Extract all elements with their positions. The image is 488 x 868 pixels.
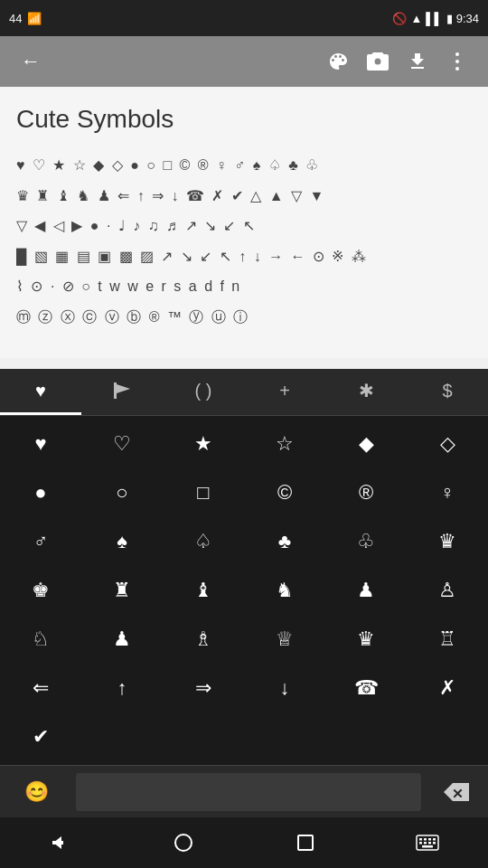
block-icon: 🚫 <box>392 12 407 25</box>
battery-icon: ▮ <box>446 12 453 25</box>
tab-plus[interactable]: + <box>244 369 325 415</box>
svg-rect-18 <box>422 845 433 848</box>
sym-placeholder3[interactable] <box>244 712 325 761</box>
battery-level: 44 <box>9 12 22 25</box>
sym-phone[interactable]: ☎ <box>325 664 407 712</box>
sym-crown-white[interactable]: ♕ <box>244 615 325 664</box>
sym-copyright[interactable]: © <box>244 468 325 517</box>
keyboard-bottom-row: 😊 <box>0 765 488 817</box>
svg-rect-13 <box>433 838 436 841</box>
sym-placeholder1[interactable] <box>81 712 163 761</box>
text-input-bar[interactable] <box>76 773 421 811</box>
svg-rect-8 <box>298 835 313 850</box>
sym-placeholder4[interactable] <box>325 712 407 761</box>
tab-flags[interactable] <box>81 369 163 415</box>
sym-pawn[interactable]: ♟ <box>325 566 407 615</box>
symbol-grid: ♥ ♡ ★ ☆ ◆ ◇ ● ○ □ © ® ♀ ♂ ♠ ♤ ♣ ♧ ♛ ♚ ♜ … <box>0 416 488 765</box>
sym-arrow-left[interactable]: ⇐ <box>0 664 81 712</box>
sym-heart-outline[interactable]: ♡ <box>81 420 163 468</box>
sym-placeholder5[interactable] <box>407 712 488 761</box>
back-button[interactable]: ← <box>11 42 51 81</box>
page-title: Cute Symbols <box>16 105 472 134</box>
keyboard-area: ♥ ( ) + ✱ $ ♥ ♡ ★ ☆ ◆ ◇ ● ○ □ © ® ♀ ♂ ♠ … <box>0 369 488 868</box>
nav-bar <box>0 817 488 868</box>
svg-rect-3 <box>114 382 117 399</box>
svg-rect-6 <box>52 841 63 844</box>
sym-crown-outline[interactable]: ♚ <box>0 566 81 615</box>
sym-arrow-right[interactable]: ⇒ <box>163 664 244 712</box>
toolbar: ← <box>0 36 488 87</box>
time: 9:34 <box>456 12 479 25</box>
svg-point-0 <box>455 52 459 56</box>
nav-back-button[interactable] <box>34 825 89 861</box>
content-area: Cute Symbols ♥ ♡ ★ ☆ ◆ ◇ ● ○ □ © ® ♀ ♂ ♠… <box>0 87 488 358</box>
sym-placeholder2[interactable] <box>163 712 244 761</box>
sym-x-mark[interactable]: ✗ <box>407 664 488 712</box>
sym-registered[interactable]: ® <box>325 468 407 517</box>
tab-asterisk[interactable]: ✱ <box>325 369 407 415</box>
palette-button[interactable] <box>318 42 358 81</box>
tab-dollar[interactable]: $ <box>407 369 488 415</box>
sym-rook[interactable]: ♜ <box>81 566 163 615</box>
sym-diamond-outline[interactable]: ◇ <box>407 420 488 468</box>
sym-check-mark[interactable]: ✔ <box>0 712 81 761</box>
backspace-button[interactable] <box>425 766 488 818</box>
tab-brackets[interactable]: ( ) <box>163 369 244 415</box>
emoji-icon: 😊 <box>24 780 49 804</box>
sym-star-outline[interactable]: ☆ <box>244 420 325 468</box>
sym-female[interactable]: ♀ <box>407 468 488 517</box>
signal-bars-icon: ▌▌ <box>426 12 442 25</box>
sym-crown-filled[interactable]: ♛ <box>407 517 488 566</box>
wifi-icon: ▲ <box>410 12 422 25</box>
svg-marker-4 <box>117 384 130 393</box>
sym-spade-outline[interactable]: ♤ <box>163 517 244 566</box>
sym-circle-outline[interactable]: ○ <box>81 468 163 517</box>
sym-crown-black[interactable]: ♛ <box>325 615 407 664</box>
status-right: 🚫 ▲ ▌▌ ▮ 9:34 <box>392 12 479 25</box>
svg-point-1 <box>455 60 459 63</box>
svg-rect-10 <box>419 838 422 841</box>
sym-knight[interactable]: ♞ <box>244 566 325 615</box>
nav-recents-button[interactable] <box>278 825 333 861</box>
download-button[interactable] <box>398 42 437 81</box>
more-button[interactable] <box>437 42 477 81</box>
camera-button[interactable] <box>358 42 398 81</box>
svg-point-7 <box>175 835 192 851</box>
sym-bishop-light[interactable]: ♗ <box>163 615 244 664</box>
sym-heart-filled[interactable]: ♥ <box>0 420 81 468</box>
status-left: 44 📶 <box>9 12 42 25</box>
svg-rect-12 <box>428 838 431 841</box>
sym-arrow-down[interactable]: ↓ <box>244 664 325 712</box>
sym-club-outline[interactable]: ♧ <box>325 517 407 566</box>
symbols-display: ♥ ♡ ★ ☆ ◆ ◇ ● ○ □ © ® ♀ ♂ ♠ ♤ ♣ ♧ ♛ ♜ ♝ … <box>16 150 472 333</box>
keyboard-tabs: ♥ ( ) + ✱ $ <box>0 369 488 416</box>
tab-hearts[interactable]: ♥ <box>0 369 81 415</box>
sym-pawn-outline[interactable]: ♙ <box>407 566 488 615</box>
status-bar: 44 📶 🚫 ▲ ▌▌ ▮ 9:34 <box>0 0 488 36</box>
svg-rect-15 <box>424 842 427 844</box>
sym-circle-filled[interactable]: ● <box>0 468 81 517</box>
sym-horse[interactable]: ♘ <box>0 615 81 664</box>
svg-point-2 <box>455 67 459 71</box>
nav-keyboard-button[interactable] <box>400 825 455 861</box>
nav-home-button[interactable] <box>156 825 211 861</box>
sym-club-filled[interactable]: ♣ <box>244 517 325 566</box>
sym-diamond-filled[interactable]: ◆ <box>325 420 407 468</box>
sym-square-outline[interactable]: □ <box>163 468 244 517</box>
svg-rect-16 <box>428 842 431 844</box>
sym-spade-filled[interactable]: ♠ <box>81 517 163 566</box>
svg-rect-11 <box>424 838 427 841</box>
svg-rect-17 <box>433 842 436 844</box>
svg-rect-14 <box>419 842 422 844</box>
sym-arrow-up[interactable]: ↑ <box>81 664 163 712</box>
sym-pawn-dark[interactable]: ♟ <box>81 615 163 664</box>
sym-star-filled[interactable]: ★ <box>163 420 244 468</box>
sym-rook-light[interactable]: ♖ <box>407 615 488 664</box>
emoji-button[interactable]: 😊 <box>0 766 72 818</box>
sym-bishop[interactable]: ♝ <box>163 566 244 615</box>
signal-icon: 📶 <box>27 12 42 25</box>
sym-male[interactable]: ♂ <box>0 517 81 566</box>
